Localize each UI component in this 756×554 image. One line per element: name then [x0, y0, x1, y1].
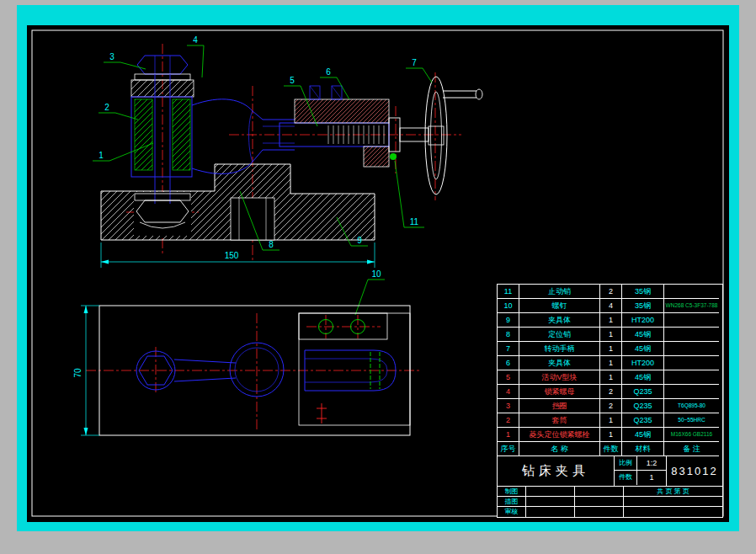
bom-cell-qty: 1: [600, 428, 622, 442]
bom-cell-remark: [664, 370, 719, 385]
fixture-base: [101, 164, 375, 240]
empty-cell: [624, 497, 722, 507]
bom-cell-no: 10: [498, 299, 519, 313]
handle-knob: [476, 89, 482, 99]
svg-text:6: 6: [326, 67, 331, 77]
bom-cell-name: 挡圈: [519, 399, 600, 413]
bom-row: 4 锁紧螺母 2 Q235: [498, 385, 722, 399]
bom-cell-name: 套筒: [519, 413, 600, 428]
bom-cell-qty: 2: [600, 285, 622, 299]
drawing-sheet[interactable]: 150 1 2 3 4 5 6 7 8 9 10 11: [27, 25, 729, 522]
scale-value: 1:2: [637, 456, 666, 471]
parts-list-table: 11 止动销 2 35钢 10 螺钉 4 35钢 WN268 C5-3F37-7…: [497, 284, 723, 518]
svg-text:7: 7: [412, 58, 417, 67]
empty-cell: [575, 507, 624, 517]
bom-cell-name: 夹具体: [519, 356, 600, 370]
bom-cell-material: 35钢: [622, 285, 664, 299]
qty-value: 1: [637, 471, 666, 485]
bom-cell-no: 8: [498, 328, 519, 342]
bom-row: 5 活动V型块 1 45钢: [498, 370, 722, 385]
bom-row: 2 套筒 1 Q235 50~55HRC: [498, 413, 722, 428]
svg-text:3: 3: [109, 52, 114, 61]
bom-cell-qty: 4: [600, 299, 622, 313]
callout-10: 10: [355, 269, 385, 315]
svg-text:8: 8: [269, 240, 274, 249]
qty-label: 件数: [615, 471, 637, 485]
bom-cell-qty: 1: [600, 413, 622, 428]
bom-cell-material: 45钢: [622, 370, 664, 385]
svg-text:4: 4: [193, 35, 198, 45]
role-draw-label: 制图: [498, 487, 526, 497]
bom-cell-qty: 1: [600, 328, 622, 342]
bom-header-material: 材料: [622, 442, 664, 456]
empty-cell: [624, 507, 722, 517]
dim-150-value: 150: [225, 251, 239, 260]
empty-cell: [575, 497, 624, 507]
callout-2: 2: [98, 103, 138, 120]
footer-row: 制图 共 页 第 页: [498, 487, 722, 497]
bom-cell-no: 6: [498, 356, 519, 370]
svg-text:1: 1: [98, 151, 104, 160]
scale-label: 比例: [615, 456, 637, 471]
callout-6: 6: [320, 67, 349, 99]
drawing-number: 831012: [667, 456, 722, 486]
bom-cell-material: 35钢: [622, 299, 664, 313]
plan-view: 70: [73, 306, 421, 435]
title-block-footer: 制图 共 页 第 页 描图 审核: [498, 487, 722, 517]
empty-cell: [575, 487, 624, 497]
bom-cell-no: 5: [498, 370, 519, 385]
bom-cell-qty: 2: [600, 399, 622, 413]
bom-cell-name: 锁紧螺母: [519, 385, 600, 399]
role-check-label: 审核: [498, 507, 526, 517]
bom-cell-material: 45钢: [622, 342, 664, 356]
viewer-frame: 150 1 2 3 4 5 6 7 8 9 10 11: [17, 5, 739, 531]
empty-cell: [526, 507, 575, 517]
bom-cell-no: 2: [498, 413, 519, 428]
svg-text:9: 9: [357, 236, 362, 245]
callout-3: 3: [104, 52, 146, 69]
title-block-main: 钻床夹具 比例 1:2 件数 1 831012: [498, 456, 722, 487]
bom-cell-no: 1: [498, 428, 519, 442]
bom-row: 3 挡圈 2 Q235 T6Q895-80: [498, 399, 722, 413]
svg-text:5: 5: [290, 76, 295, 85]
bom-cell-remark: [664, 342, 719, 356]
scale-qty-block: 比例 1:2 件数 1: [615, 456, 667, 486]
callout-7: 7: [406, 58, 432, 83]
dim-70-value: 70: [73, 368, 83, 378]
plan-green-details: [319, 320, 381, 390]
bom-row: 9 夹具体 1 HT200: [498, 313, 722, 328]
svg-text:2: 2: [104, 103, 109, 112]
bom-cell-no: 11: [498, 285, 519, 299]
bom-cell-material: 45钢: [622, 328, 664, 342]
bom-cell-name: 转动手柄: [519, 342, 600, 356]
bom-cell-qty: 1: [600, 356, 622, 370]
bushing-left: [135, 99, 152, 170]
guide-block: [295, 86, 397, 167]
bushing-right: [173, 99, 190, 170]
footer-row: 审核: [498, 507, 722, 517]
bom-cell-name: 活动V型块: [519, 370, 600, 385]
handwheel: [425, 77, 482, 194]
bom-cell-qty: 2: [600, 385, 622, 399]
bom-cell-name: 定位销: [519, 328, 600, 342]
locating-pin-dot: [390, 153, 397, 160]
bom-row: 10 螺钉 4 35钢 WN268 C5-3F37-788: [498, 299, 722, 313]
bom-cell-remark: [664, 328, 719, 342]
bom-cell-material: HT200: [622, 356, 664, 370]
bom-cell-remark: [664, 385, 719, 399]
bom-cell-name: 止动销: [519, 285, 600, 299]
bom-cell-no: 4: [498, 385, 519, 399]
front-view: 150 1 2 3 4 5 6 7 8 9 10 11: [93, 35, 482, 315]
bom-row: 8 定位销 1 45钢: [498, 328, 722, 342]
bom-cell-material: Q235: [622, 385, 664, 399]
bom-cell-remark: [664, 285, 719, 299]
bom-header-qty: 件数: [600, 442, 622, 456]
drawing-title: 钻床夹具: [498, 456, 615, 486]
svg-text:10: 10: [371, 269, 381, 279]
bom-cell-remark: 50~55HRC: [664, 413, 719, 428]
plan-red-marks: [317, 403, 327, 423]
bom-cell-material: Q235: [622, 413, 664, 428]
bom-header-remark: 备 注: [664, 442, 719, 456]
bom-cell-qty: 1: [600, 370, 622, 385]
bom-cell-no: 7: [498, 342, 519, 356]
